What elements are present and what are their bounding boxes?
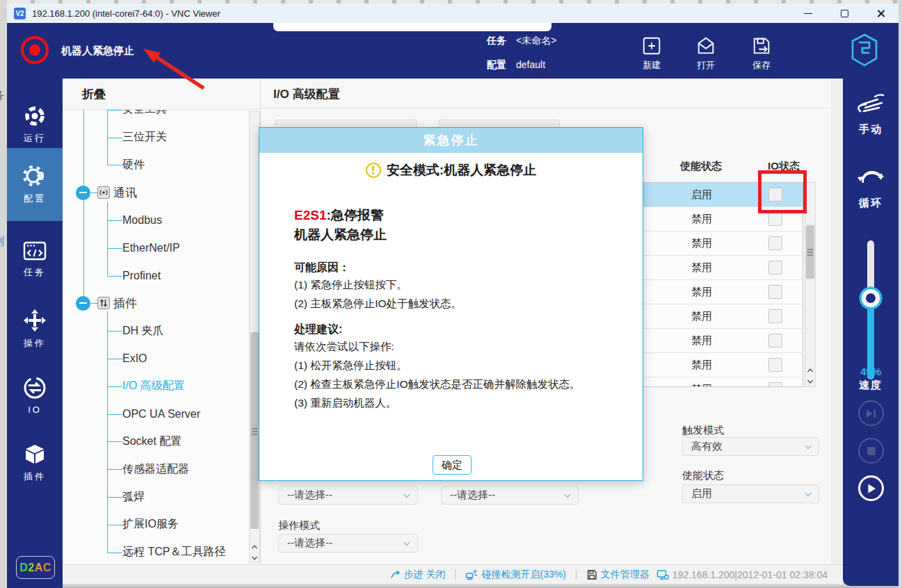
collision-detection-status[interactable]: 碰撞检测开启(33%)	[465, 569, 565, 581]
tree-item[interactable]: I/O 高级配置	[63, 373, 248, 400]
tree-item[interactable]: Socket 配置	[63, 428, 248, 456]
tree-item-label: 插件	[113, 295, 137, 311]
io-state-checkbox[interactable]	[768, 236, 782, 250]
tree-item-label: Modbus	[122, 214, 162, 227]
tree-item-label: 远程 TCP＆工具路径	[122, 545, 225, 560]
dialog-body: E2S1:急停报警 机器人紧急停止 可能原因： (1) 紧急停止按钮按下。(2)…	[294, 206, 621, 412]
table-scrollbar-thumb[interactable]	[806, 225, 814, 279]
nav-item-operate[interactable]: 操作	[7, 295, 63, 362]
scroll-up-icon[interactable]	[250, 541, 259, 550]
io-state-checkbox[interactable]	[768, 212, 782, 226]
tree-item[interactable]: Modbus	[63, 206, 248, 234]
play-button[interactable]	[858, 475, 884, 501]
nav-item-config[interactable]: 配置	[7, 148, 63, 221]
estop-indicator-icon	[21, 36, 49, 64]
tree-item[interactable]: 插件	[63, 290, 248, 318]
left-nav: 运行 配置 任务 操作	[7, 79, 63, 588]
tree-item[interactable]: 通讯	[63, 179, 248, 206]
panel-gap	[831, 79, 843, 564]
step-icon	[389, 569, 401, 580]
config-field: 配置default	[487, 59, 545, 72]
tree-item[interactable]: 安全工具	[63, 110, 248, 124]
nav-item-plugin[interactable]: 插件	[7, 430, 63, 496]
tree-item[interactable]: 传感器适配器	[63, 455, 248, 483]
app-header: 机器人紧急停止 任务<未命名> 配置default 新建 打开	[7, 23, 899, 79]
nav-item-task[interactable]: 任务	[7, 226, 63, 293]
loop-mode-button[interactable]: 循环	[843, 163, 899, 210]
scroll-up-icon[interactable]	[806, 365, 814, 373]
screen: 务 例 V2 192.168.1.200 (intel-corei7-64:0)…	[0, 0, 902, 588]
suggestion-item: (3) 重新启动机器人。	[294, 393, 621, 412]
move-arrows-icon	[23, 309, 47, 332]
open-task-button[interactable]: 打开	[684, 35, 728, 72]
io-state-checkbox[interactable]	[768, 358, 782, 372]
manual-mode-button[interactable]: 手动	[843, 90, 899, 136]
status-bar: 步进 关闭 碰撞检测开启(33%) 文件管理器	[63, 564, 843, 584]
window-titlebar: V2 192.168.1.200 (intel-corei7-64:0) - V…	[7, 3, 899, 23]
io-state-checkbox[interactable]	[768, 309, 782, 323]
select-placeholder-1[interactable]: --请选择--	[278, 486, 418, 505]
enable-state-cell: 禁用	[660, 377, 743, 387]
d2ac-badge[interactable]: D2AC	[16, 556, 55, 579]
stop-button[interactable]	[858, 438, 884, 464]
tree-item[interactable]: EtherNet/IP	[63, 234, 248, 262]
tree-item[interactable]: OPC UA Server	[63, 400, 248, 428]
close-button[interactable]	[862, 3, 899, 23]
tree-item[interactable]: 弧焊	[63, 483, 248, 511]
enable-state-select[interactable]: 启用	[682, 484, 819, 503]
enable-state-cell: 启用	[660, 183, 743, 206]
save-task-button[interactable]: 保存	[739, 35, 784, 72]
tree-item-label: 传感器适配器	[122, 462, 189, 477]
scroll-down-icon[interactable]	[806, 376, 814, 384]
dialog-heading: 安全模式:机器人紧急停止	[259, 161, 643, 179]
select-placeholder-2[interactable]: --请选择--	[441, 486, 579, 505]
tree-item[interactable]: 硬件	[63, 152, 248, 179]
tree-node-icon	[97, 186, 110, 199]
io-state-checkbox[interactable]	[768, 334, 782, 348]
connection-status: 192.168.1.200|2012-01-01 02:38:04	[657, 569, 828, 580]
connection-text: 192.168.1.200|2012-01-01 02:38:04	[673, 569, 828, 580]
tree-item[interactable]: Profinet	[63, 262, 248, 290]
step-mode-status[interactable]: 步进 关闭	[389, 569, 446, 581]
minimize-button[interactable]	[790, 3, 826, 23]
io-state-checkbox[interactable]	[768, 382, 782, 387]
warning-icon	[366, 163, 381, 178]
tree-item[interactable]: ExIO	[63, 345, 248, 373]
operation-mode-select[interactable]: --请选择--	[278, 534, 418, 553]
io-state-checkbox[interactable]	[768, 261, 782, 275]
tree-item-label: 安全工具	[122, 110, 167, 117]
speed-slider-thumb[interactable]	[862, 289, 880, 307]
speed-slider[interactable]	[867, 240, 874, 379]
new-task-button[interactable]: 新建	[629, 35, 674, 72]
nav-item-io[interactable]: IO	[7, 362, 63, 429]
operation-mode-label: 操作模式	[278, 519, 320, 532]
background-text-fragment: 务	[0, 89, 4, 102]
trigger-mode-select[interactable]: 高有效	[682, 437, 819, 456]
tree-item[interactable]: 远程 TCP＆工具路径	[63, 539, 248, 563]
tree-item[interactable]: 三位开关	[63, 124, 248, 152]
collapse-tree-button[interactable]: 折叠	[63, 79, 260, 110]
step-forward-button[interactable]	[858, 400, 884, 426]
hand-icon	[854, 90, 887, 117]
task-icon	[23, 240, 47, 261]
enable-state-cell: 禁用	[660, 304, 743, 328]
tree-item[interactable]: DH 夹爪	[63, 317, 248, 345]
speed-value: 49%	[843, 366, 899, 377]
ok-button[interactable]: 确定	[433, 455, 472, 475]
background-text-fragment: 例	[0, 235, 4, 248]
vnc-toolbar-tab[interactable]	[273, 23, 551, 31]
scroll-down-icon[interactable]	[250, 553, 259, 561]
enable-state-label: 使能状态	[682, 469, 724, 482]
separator	[455, 569, 456, 580]
collapse-node-icon[interactable]	[76, 186, 90, 200]
maximize-button[interactable]	[826, 3, 862, 23]
io-state-checkbox[interactable]	[768, 285, 782, 299]
nav-item-label: 操作	[24, 337, 46, 350]
file-manager-button[interactable]: 文件管理器	[586, 569, 650, 581]
tree-items: 安全工具 三位开关	[63, 110, 248, 563]
collapse-node-icon[interactable]	[76, 296, 90, 311]
loop-icon	[855, 163, 887, 191]
trigger-mode-label: 触发模式	[682, 424, 724, 437]
tree-item[interactable]: 扩展IO服务	[63, 511, 248, 539]
tree-scrollbar-thumb[interactable]	[250, 332, 259, 529]
